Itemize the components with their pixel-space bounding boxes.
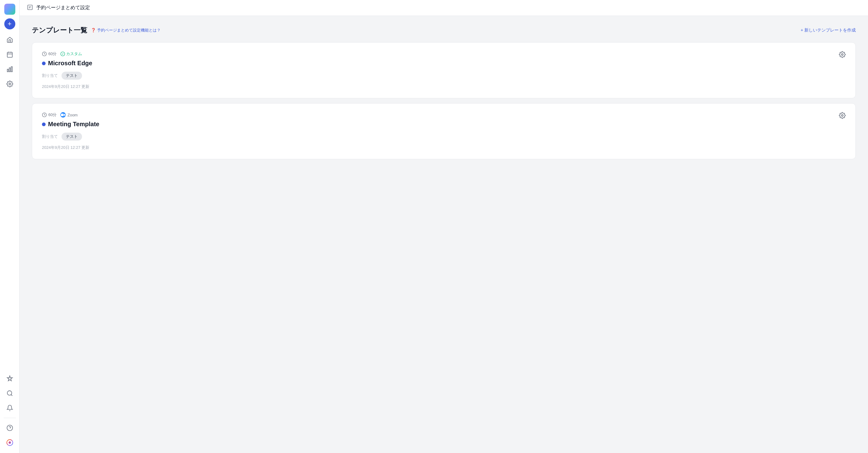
calendar-icon [6,51,13,58]
add-button[interactable]: + [4,18,15,29]
chart-icon [6,66,13,73]
svg-rect-5 [7,69,8,72]
card-2-title-row: Meeting Template [42,121,846,128]
card-1-type: カスタム [60,51,82,57]
header-title: 予約ページまとめて設定 [36,5,90,11]
sidebar-item-search[interactable] [3,387,17,400]
svg-rect-0 [4,4,15,15]
sidebar-item-calendar[interactable] [3,48,17,61]
svg-rect-20 [61,114,64,116]
search-icon [6,390,13,397]
clock-icon-2 [42,112,47,117]
card-2-type: Zoom [60,112,78,118]
page-header-left: テンプレート一覧 ❓ 予約ページまとめて設定機能とは？ [32,26,161,35]
card-1-tag-0: テスト [62,72,82,80]
card-2-assign-row: 割り当て テスト [42,133,846,141]
svg-line-10 [11,395,12,396]
sidebar-nav [3,33,17,371]
top-header: 予約ページまとめて設定 [20,0,868,16]
help-link[interactable]: ❓ 予約ページまとめて設定機能とは？ [91,28,161,33]
card-2-tag-0: テスト [62,133,82,141]
svg-point-9 [7,391,12,395]
svg-rect-1 [7,52,12,58]
new-template-button[interactable]: + 新しいテンプレートを作成 [801,28,856,33]
home-icon [6,36,13,43]
sidebar-item-sparkle[interactable] [3,372,17,385]
svg-rect-6 [9,68,10,72]
sidebar-item-app[interactable] [3,436,17,449]
svg-point-14 [8,441,11,444]
page-title: テンプレート一覧 [32,26,87,35]
svg-rect-7 [11,67,12,72]
card-1-meta: 60分 カスタム [42,51,846,57]
sidebar-item-bell[interactable] [3,401,17,415]
bell-icon [6,405,13,412]
template-card-1: 60分 カスタム Microsoft Edge 割り当て テスト 2024年9月… [32,42,856,98]
card-1-title: Microsoft Edge [48,60,92,67]
custom-check-icon [60,52,65,56]
settings-icon [6,81,13,87]
header-page-icon [27,4,33,12]
card-2-title: Meeting Template [48,121,99,128]
sparkle-icon [6,375,13,382]
card-2-meta: 60分 Zoom [42,112,846,118]
svg-point-8 [9,83,11,85]
card-1-duration: 60分 [42,51,57,57]
card-2-assign-label: 割り当て [42,134,58,139]
sidebar-bottom [3,372,17,449]
card-2-updated: 2024年9月20日 12:27 更新 [42,145,846,150]
help-icon [6,425,13,431]
sidebar: + [0,0,20,453]
card-1-assign-row: 割り当て テスト [42,72,846,80]
plus-icon: + [8,20,12,28]
card-1-dot [42,62,45,65]
svg-rect-15 [28,5,32,9]
card-2-dot [42,122,45,126]
sidebar-logo [4,4,15,15]
template-card-2: 60分 Zoom Meeting Template [32,103,856,159]
sidebar-item-home[interactable] [3,33,17,47]
sidebar-item-help[interactable] [3,421,17,435]
card-1-updated: 2024年9月20日 12:27 更新 [42,84,846,89]
svg-point-18 [841,54,843,55]
app-icon [6,439,13,446]
gear-icon-2 [839,112,846,119]
card-1-assign-label: 割り当て [42,73,58,78]
sidebar-item-chart[interactable] [3,62,17,76]
gear-icon-1 [839,51,846,58]
card-1-settings-button[interactable] [838,50,847,60]
card-2-settings-button[interactable] [838,111,847,121]
card-1-title-row: Microsoft Edge [42,60,846,67]
page-header: テンプレート一覧 ❓ 予約ページまとめて設定機能とは？ + 新しいテンプレートを… [32,26,856,35]
clock-icon-1 [42,52,47,56]
main-wrapper: 予約ページまとめて設定 テンプレート一覧 ❓ 予約ページまとめて設定機能とは？ … [20,0,868,453]
svg-point-21 [841,115,843,116]
main-content: テンプレート一覧 ❓ 予約ページまとめて設定機能とは？ + 新しいテンプレートを… [20,16,868,453]
zoom-icon [60,112,66,118]
card-2-duration: 60分 [42,112,57,118]
sidebar-item-settings[interactable] [3,77,17,91]
